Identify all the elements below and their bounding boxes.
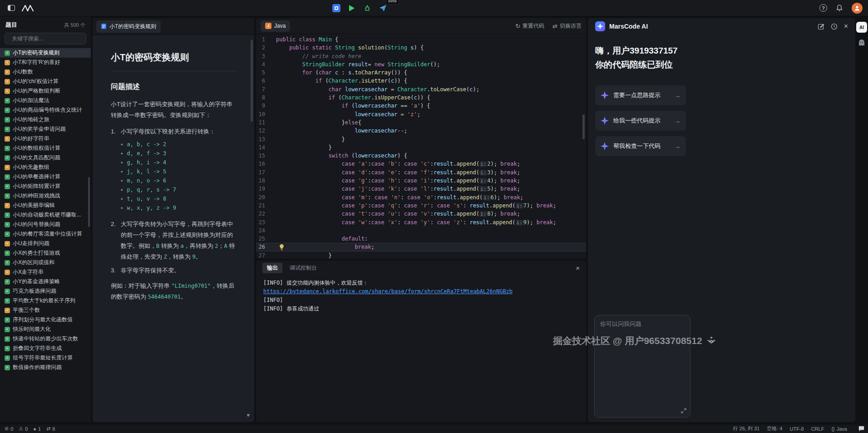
problem-list-item[interactable]: ≡小X走字符串: [0, 267, 91, 277]
problem-list-item[interactable]: ≡小U的自动贩卖机硬币赚取...: [0, 210, 91, 220]
history-clock-icon[interactable]: [831, 23, 838, 30]
problem-list-item[interactable]: ≡小U的好字符串: [0, 134, 91, 143]
problem-list-item[interactable]: ≡小U的数组权值计算: [0, 143, 91, 153]
encoding-setting[interactable]: UTF-8: [789, 426, 804, 432]
chevron-down-icon[interactable]: ▾: [247, 412, 250, 418]
sidebar-scrollbar[interactable]: [88, 177, 90, 227]
reset-code-button[interactable]: ↻ 重置代码: [515, 22, 544, 30]
problem-list-item[interactable]: ≡小U的问号替换问题: [0, 220, 91, 229]
ai-suggestion-card[interactable]: 给我一些代码提示→: [595, 111, 686, 131]
run-button[interactable]: [346, 2, 358, 14]
problem-list-item[interactable]: ≡小U的严格数组判断: [0, 86, 91, 96]
feedback-icon[interactable]: [858, 425, 865, 432]
problem-list-item[interactable]: ≡序列划分与最大化函数值: [0, 315, 91, 325]
difficulty-icon: ≡: [5, 308, 10, 313]
language-mode[interactable]: {} Java: [831, 426, 847, 432]
new-chat-icon[interactable]: [818, 23, 824, 30]
errors-indicator[interactable]: ⊘0: [5, 426, 13, 432]
problem-list-item[interactable]: ≡小Y的基金选择策略: [0, 277, 91, 286]
submit-button[interactable]: Beta: [377, 2, 389, 14]
problem-list-item[interactable]: ≡小T的密码变换规则: [0, 48, 91, 58]
problem-list-item[interactable]: ≡小U的文具匹配问题: [0, 153, 91, 162]
expand-input-icon[interactable]: [681, 408, 686, 413]
problem-list-item[interactable]: ≡平均数大于k的最长子序列: [0, 296, 91, 305]
problem-list-item[interactable]: ≡小U的餐厅客流量中位值计算: [0, 229, 91, 239]
inline-code: Z: [164, 254, 167, 260]
ai-question-input[interactable]: [600, 320, 685, 397]
notifications-indicator[interactable]: ●1: [33, 426, 41, 432]
difficulty-icon: ≡: [5, 174, 10, 180]
problem-list-item[interactable]: ≡数值操作的规律问题: [0, 363, 91, 372]
console-tab-bar: 输出 调试控制台 ×: [256, 261, 586, 275]
debug-button[interactable]: [361, 2, 373, 14]
problem-list-item[interactable]: ≡小T和字符'R'的喜好: [0, 58, 91, 67]
language-label: Java: [837, 426, 847, 432]
problem-tab-label: 小T的密码变换规则: [109, 23, 156, 30]
problem-title-text: 巧克力板选择问题: [13, 287, 56, 295]
ai-input-box[interactable]: [594, 315, 690, 418]
problem-list-item[interactable]: ≡小X的区间或值和: [0, 258, 91, 267]
mascot-button[interactable]: [858, 39, 866, 47]
notification-bell-button[interactable]: [833, 2, 845, 14]
problem-list-item[interactable]: ≡括号字符串最短长度计算: [0, 353, 91, 363]
log-link[interactable]: https://bytedance.larkoffice.com/share/b…: [263, 288, 513, 295]
status-left: ⊘0⚠0●1⇄8: [5, 426, 55, 432]
problem-list-item[interactable]: ≡小U的加法魔法: [0, 96, 91, 105]
problem-list-item[interactable]: ≡小U的商品编号特殊含义统计: [0, 105, 91, 115]
problem-list-item[interactable]: ≡巧克力板选择问题: [0, 286, 91, 296]
problem-list-item[interactable]: ≡平衡三个数: [0, 305, 91, 315]
workbench-button[interactable]: [330, 2, 342, 14]
description-scrollbar[interactable]: [251, 40, 253, 122]
problem-list-item[interactable]: ≡小U的种田游戏挑战: [0, 191, 91, 201]
problem-list-item[interactable]: ≡小U的美丽串编辑: [0, 201, 91, 210]
ai-close-icon[interactable]: ×: [844, 23, 848, 30]
search-box[interactable]: [5, 33, 86, 44]
rule-text-2: 非字母字符保持不变。: [121, 265, 236, 276]
problem-list-item[interactable]: ≡小U的'chi'权值计算: [0, 77, 91, 86]
ai-suggestion-card[interactable]: 需要一点思路提示→: [595, 85, 686, 105]
difficulty-icon: ≡: [5, 365, 10, 370]
avatar[interactable]: [852, 3, 863, 14]
indentation-setting[interactable]: 空格: 4: [767, 425, 782, 432]
warnings-indicator[interactable]: ⚠0: [19, 426, 28, 432]
code-area[interactable]: 1public class Main {2 public static Stri…: [256, 34, 586, 259]
problem-list-item[interactable]: ≡小U的早餐选择计算: [0, 172, 91, 182]
sync-indicator[interactable]: ⇄8: [46, 426, 55, 432]
problem-list-item[interactable]: ≡小X的勇士打怪游戏: [0, 248, 91, 258]
tab-java[interactable]: J Java: [261, 20, 290, 32]
ai-assistant-button[interactable]: AI: [856, 22, 867, 33]
eol-setting[interactable]: CRLF: [811, 426, 824, 432]
problem-list-item[interactable]: ≡小U的奖学金申请问题: [0, 124, 91, 134]
sidebar-toggle-button[interactable]: [5, 2, 17, 14]
mapping-item: •p, q, r, s -> 7: [121, 185, 236, 194]
problem-list-item[interactable]: ≡小U的矩阵转置计算: [0, 182, 91, 191]
ai-suggestion-card[interactable]: 帮我检查一下代码→: [595, 136, 686, 156]
switch-language-button[interactable]: ⇄ 切换语言: [552, 22, 582, 30]
sidebar-title: 题目: [5, 21, 17, 29]
logo-icon: [22, 5, 34, 12]
difficulty-icon: ≡: [5, 69, 10, 75]
tab-debug-console[interactable]: 调试控制台: [290, 264, 317, 272]
problem-list-item[interactable]: ≡小U数数: [0, 67, 91, 77]
code-line: 11 }else{: [256, 118, 586, 127]
problem-list-item[interactable]: ≡快乐时间最大化: [0, 325, 91, 334]
difficulty-icon: ≡: [5, 279, 10, 285]
search-input[interactable]: [12, 35, 82, 42]
editor-scrollbar[interactable]: [582, 114, 585, 139]
mapping-item: •t, u, v -> 8: [121, 194, 236, 203]
console-close-icon[interactable]: ×: [576, 264, 580, 272]
code-line: 16 case 'a':case 'b': case 'c':result.ap…: [256, 160, 586, 168]
marscode-logo: [22, 5, 34, 12]
tab-output[interactable]: 输出: [262, 263, 282, 273]
problem-tab[interactable]: 小T的密码变换规则: [96, 20, 161, 33]
problem-list-item[interactable]: ≡小U的无趣数组: [0, 162, 91, 172]
problem-title-text: 小Y的基金选择策略: [13, 278, 60, 285]
cursor-position[interactable]: 行 26, 列 31: [733, 425, 760, 432]
problem-list-item[interactable]: ≡快递中转站的最少出车次数: [0, 334, 91, 344]
bullet-icon: •: [121, 196, 123, 202]
problem-list-item[interactable]: ≡小U走排列问题: [0, 239, 91, 248]
help-icon[interactable]: ?: [819, 4, 827, 12]
difficulty-icon: ≡: [5, 203, 10, 208]
problem-list-item[interactable]: ≡折叠回文字符串生成: [0, 344, 91, 353]
problem-list-item[interactable]: ≡小U的地砖之旅: [0, 115, 91, 124]
